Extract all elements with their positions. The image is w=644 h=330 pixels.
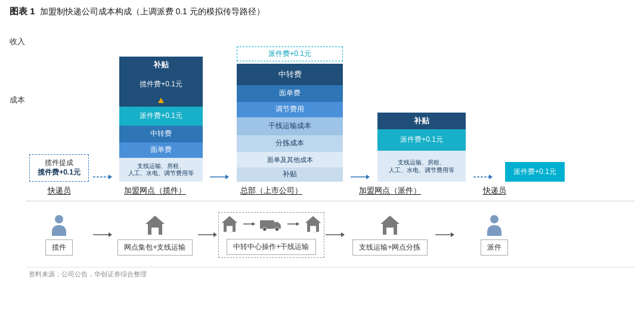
icon-col-2: 网点集包+支线运输 (113, 214, 197, 256)
arrow-4 (472, 172, 494, 182)
bl-col4: 加盟网点（派件） (346, 185, 434, 196)
box-col1: 揽件 (45, 239, 73, 256)
house-left-icon (144, 214, 166, 236)
col-network-left: 补贴 揽件费+0.1元 派件费+0.1元 中转费 (113, 57, 209, 182)
nr-subsidy: 补贴 (377, 113, 466, 129)
bottom-arrow-1 (92, 231, 113, 239)
arrow-small-2-icon (287, 220, 299, 228)
hq-floating-label: 派件费+0.1元 (237, 46, 343, 61)
arrow-small-icon (243, 220, 255, 228)
col-hq: 派件费+0.1元 中转费 面单费 调节费用 干线运输成本 分拣成本 面单及其他成… (230, 46, 349, 182)
courier-right-box: 派件费+0.1元 (505, 162, 565, 182)
bottom-icons-row: 揽件 网点集包+支线运输 (26, 205, 634, 264)
arrow-3 (349, 172, 371, 182)
hq-block-6: 补贴 (237, 167, 343, 182)
bottom-arrow-4 (434, 231, 456, 239)
svg-marker-19 (252, 222, 255, 226)
title-bar: 图表 1 加盟制快递公司成本构成（上调派费 0.1 元的模拟传导路径） (10, 6, 634, 17)
courier-line1: 揽件提成 (36, 158, 82, 167)
courier-box: 揽件提成 揽件费+0.1元 (29, 154, 89, 182)
svg-marker-8 (489, 175, 493, 179)
bl-col1: 快递员 (26, 185, 92, 196)
truck-icon (260, 216, 283, 232)
box-col4: 支线运输+网点分拣 (352, 239, 427, 256)
label-cost: 成本 (10, 95, 26, 105)
person-left-icon (49, 214, 69, 236)
icon-col-4: 支线运输+网点分拣 (346, 214, 434, 256)
svg-point-9 (55, 215, 63, 223)
label-income: 收入 (10, 36, 26, 47)
bl-col2: 加盟网点（揽件） (113, 185, 197, 196)
arrow-2 (209, 172, 230, 182)
svg-point-23 (275, 227, 278, 231)
nl-block-2: 中转费 (119, 126, 203, 142)
hq-block-4: 分拣成本 (237, 135, 343, 152)
hq-block-1: 面单费 (237, 85, 343, 102)
icon-col-5: 派件 (456, 214, 533, 256)
courier-line2: 揽件费+0.1元 (36, 167, 82, 178)
svg-marker-29 (341, 232, 345, 237)
hq-block-5: 面单及其他成本 (237, 152, 343, 167)
svg-marker-33 (451, 232, 454, 237)
bottom-arrow-3 (324, 231, 346, 239)
col-courier-left: 揽件提成 揽件费+0.1元 (26, 134, 92, 182)
svg-marker-15 (213, 232, 217, 237)
house-mid-left-icon (221, 215, 239, 233)
col-network-right: 补贴 派件费+0.1元 支线运输、房租、人工、水电、调节费用等 (371, 95, 472, 182)
nl-block-3: 面单费 (119, 142, 203, 158)
svg-marker-4 (225, 175, 229, 179)
svg-rect-31 (386, 228, 394, 235)
svg-marker-2 (158, 98, 164, 103)
icon-col-3: 中转中心操作+干线运输 (218, 212, 324, 258)
svg-point-22 (263, 227, 267, 231)
svg-rect-17 (227, 226, 233, 232)
svg-marker-11 (109, 232, 112, 237)
section-divider (26, 201, 634, 201)
source-line: 资料来源：公司公告，华创证券综合整理 (26, 267, 634, 279)
nl-block-1: 派件费+0.1元 (119, 107, 203, 126)
box-col5: 派件 (481, 239, 508, 256)
svg-marker-1 (109, 175, 112, 179)
nr-派件: 派件费+0.1元 (377, 129, 466, 151)
network-left-subsidy: 补贴 (119, 57, 203, 73)
hq-block-3: 干线运输成本 (237, 117, 343, 135)
svg-marker-6 (366, 175, 370, 179)
svg-marker-25 (296, 222, 299, 226)
side-labels: 收入 成本 (10, 23, 26, 325)
svg-rect-20 (260, 220, 274, 228)
bottom-arrow-2 (197, 231, 218, 239)
up-arrow-icon (119, 96, 203, 107)
hq-block-0: 中转费 (237, 64, 343, 85)
nl-block-4: 支线运输、房租、人工、水电、调节费用等 (119, 158, 203, 182)
svg-rect-27 (310, 226, 316, 232)
box-col2: 网点集包+支线运输 (117, 239, 192, 256)
svg-rect-13 (151, 228, 159, 235)
box-col3: 中转中心操作+干线运输 (227, 239, 315, 255)
page-container: 图表 1 加盟制快递公司成本构成（上调派费 0.1 元的模拟传导路径） 收入 成… (0, 0, 644, 330)
col-courier-right: 派件费+0.1元 (494, 126, 571, 182)
bottom-labels-row: 快递员 加盟网点（揽件） 总部（上市公司） 加盟网点（派件） 快递员 (26, 185, 634, 196)
nr-note: 支线运输、房租、人工、水电、调节费用等 (377, 151, 466, 182)
nl-block-0: 揽件费+0.1元 (119, 73, 203, 96)
arrow-1 (92, 172, 113, 182)
hq-block-2: 调节费用 (237, 102, 343, 117)
person-right-icon (485, 214, 504, 236)
house-right-icon (379, 214, 401, 236)
title-prefix: 图表 1 (10, 6, 35, 17)
svg-point-34 (490, 215, 499, 223)
icon-col-1: 揽件 (26, 214, 92, 256)
house-mid-right-icon (304, 215, 322, 233)
bl-col3: 总部（上市公司） (218, 185, 324, 196)
bl-col5: 快递员 (456, 185, 533, 196)
title-main: 加盟制快递公司成本构成（上调派费 0.1 元的模拟传导路径） (40, 7, 265, 17)
